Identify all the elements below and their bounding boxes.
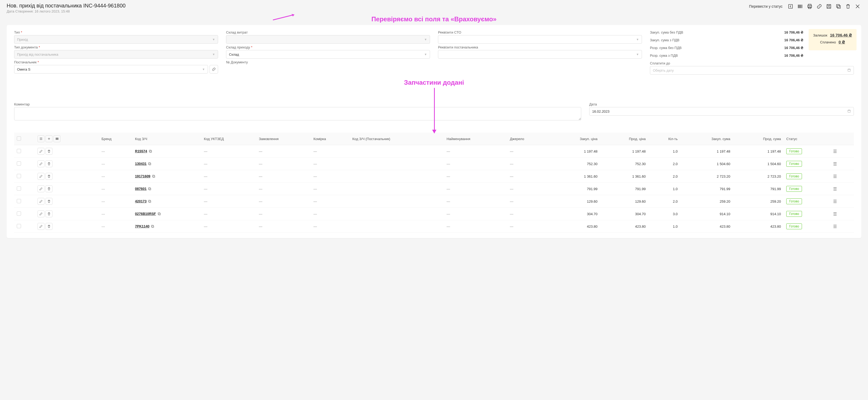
annotation-arrow-icon (272, 13, 298, 21)
copy-icon[interactable] (148, 199, 152, 204)
delete-row-button[interactable] (45, 223, 53, 230)
edit-row-button[interactable] (37, 148, 44, 155)
part-code-link[interactable]: R15574 (135, 149, 147, 153)
part-code-link[interactable]: 087601 (135, 187, 147, 191)
status-badge: Готово (786, 211, 802, 217)
print-button[interactable] (806, 3, 813, 10)
col-code: Код З/Ч (132, 133, 201, 145)
edit-row-button[interactable] (37, 223, 44, 230)
supplier-select[interactable]: Омега S ▼ (14, 65, 208, 73)
cell-brand: --- (99, 183, 132, 195)
list-view-button[interactable] (37, 135, 44, 142)
row-checkbox[interactable] (17, 199, 21, 203)
copy-icon[interactable] (152, 174, 156, 178)
copy-icon[interactable] (148, 162, 152, 166)
row-menu-button[interactable]: ☰ (832, 224, 838, 229)
form-grid: Тип * Прихід ▼ Тип документа * Прихід ві… (14, 30, 854, 76)
cell-source: — (507, 170, 550, 183)
comment-textarea[interactable] (14, 107, 581, 120)
table-row: ---420173—————129.60129.602.0259.20259.2… (14, 195, 854, 208)
pay-until-input[interactable]: Оберіть дату (650, 66, 854, 74)
change-status-button[interactable]: Перевести у статус (745, 3, 785, 9)
paid-value[interactable]: 0 ₴ (838, 40, 845, 44)
select-all-checkbox[interactable] (17, 136, 21, 141)
supplier-link-button[interactable] (210, 65, 218, 73)
req-sto-select[interactable]: ▼ (438, 35, 642, 44)
save-button[interactable] (825, 3, 833, 10)
edit-row-button[interactable] (37, 210, 44, 217)
cell-brand: --- (99, 208, 132, 220)
cell-name: — (444, 195, 507, 208)
row-menu-button[interactable]: ☰ (832, 199, 838, 204)
barcode-button[interactable] (796, 3, 804, 10)
row-checkbox[interactable] (17, 224, 21, 228)
cell-ukt: — (201, 158, 256, 170)
delete-button[interactable] (844, 3, 852, 10)
row-menu-button[interactable]: ☰ (832, 149, 838, 154)
edit-row-button[interactable] (37, 185, 44, 192)
copy-icon[interactable] (148, 187, 152, 191)
copy-icon[interactable] (150, 224, 155, 228)
delete-row-button[interactable] (45, 160, 53, 167)
delete-row-button[interactable] (45, 185, 53, 192)
expense-store-select[interactable]: ▼ (226, 35, 430, 44)
chevron-down-icon: ▼ (636, 53, 639, 56)
cell-ukt: — (201, 195, 256, 208)
copy-icon[interactable] (148, 149, 153, 153)
row-checkbox[interactable] (17, 161, 21, 166)
svg-rect-8 (848, 110, 850, 112)
row-menu-button[interactable]: ☰ (832, 212, 838, 216)
cell-supplier-code (350, 183, 444, 195)
cell-sell-sum: 791.99 (733, 183, 784, 195)
balance-value[interactable]: 16 706,46 ₴ (830, 33, 852, 37)
row-menu-button[interactable]: ☰ (832, 174, 838, 179)
req-supplier-select[interactable]: ▼ (438, 50, 642, 59)
barcode-row-button[interactable] (54, 135, 60, 142)
chevron-down-icon: ▼ (212, 53, 215, 56)
row-checkbox[interactable] (17, 149, 21, 153)
table-row: ---R15574—————1 197.481 197.481.01 197.4… (14, 145, 854, 158)
add-row-button[interactable] (45, 135, 53, 142)
part-code-link[interactable]: 130431 (135, 162, 147, 166)
cell-source: — (507, 195, 550, 208)
cell-supplier-code (350, 158, 444, 170)
edit-row-button[interactable] (37, 198, 44, 205)
row-checkbox[interactable] (17, 186, 21, 191)
copy-icon[interactable] (157, 212, 161, 216)
col-brand: Бренд (99, 133, 132, 145)
edit-row-button[interactable] (37, 160, 44, 167)
copy-button[interactable] (835, 3, 842, 10)
part-code-link[interactable]: 19171609 (135, 174, 150, 178)
cell-buy-price: 129.60 (550, 195, 600, 208)
cell-name: — (444, 158, 507, 170)
doctype-select[interactable]: Прихід від постачальника ▼ (14, 50, 218, 59)
cell-qty: 2.0 (648, 158, 680, 170)
row-menu-button[interactable]: ☰ (832, 162, 838, 166)
cell-ukt: — (201, 220, 256, 233)
date-input[interactable]: 16.02.2023 (589, 107, 854, 116)
delete-row-button[interactable] (45, 148, 53, 155)
parts-table-wrap: Бренд Код З/Ч Код УКТЗЕД Замовлення Комі… (14, 133, 854, 233)
part-code-link[interactable]: 7PK1140 (135, 224, 149, 228)
balance-label: Залишок (813, 33, 827, 37)
delete-row-button[interactable] (45, 210, 53, 217)
delete-row-button[interactable] (45, 173, 53, 180)
part-code-link[interactable]: 420173 (135, 199, 147, 203)
row-checkbox[interactable] (17, 174, 21, 178)
income-store-select[interactable]: Склад ▼ (226, 50, 430, 59)
link-button[interactable] (815, 3, 823, 10)
type-select[interactable]: Прихід ▼ (14, 35, 218, 44)
delete-row-button[interactable] (45, 198, 53, 205)
export-button[interactable] (787, 3, 794, 10)
part-code-link[interactable]: 0276B10RSF (135, 212, 156, 216)
col-sell-sum: Прод. сума (733, 133, 784, 145)
row-checkbox[interactable] (17, 211, 21, 216)
cell-buy-sum: 423.80 (680, 220, 733, 233)
close-button[interactable] (854, 3, 861, 10)
svg-rect-7 (848, 69, 850, 71)
edit-row-button[interactable] (37, 173, 44, 180)
buy-no-vat-label: Закуп. сума без ПДВ (650, 30, 683, 34)
cell-order: — (256, 208, 311, 220)
cell-supplier-code (350, 195, 444, 208)
row-menu-button[interactable]: ☰ (832, 187, 838, 191)
